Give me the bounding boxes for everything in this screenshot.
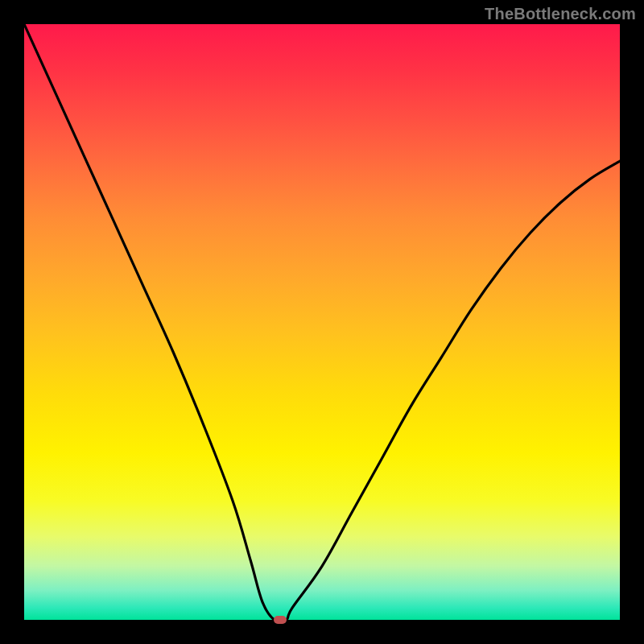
plot-area <box>24 24 620 620</box>
watermark-text: TheBottleneck.com <box>485 5 636 23</box>
optimal-point-marker <box>274 616 287 624</box>
bottleneck-curve <box>24 24 620 620</box>
chart-frame: TheBottleneck.com <box>0 0 644 644</box>
